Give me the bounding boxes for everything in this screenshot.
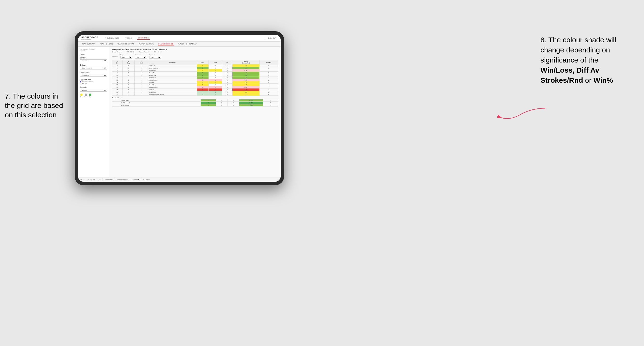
filter-conference-select[interactable]: (All) — [135, 56, 147, 59]
cell-win: 1 — [197, 84, 209, 86]
sidebar-player-label: Player — [80, 53, 107, 55]
nav-tournaments[interactable]: TOURNAMENTS — [104, 37, 120, 39]
cell-win: 1 — [197, 86, 209, 88]
sidebar-player-rank-label: Player (Rank) — [80, 71, 107, 73]
cell-loss: 1 — [208, 69, 222, 72]
nav-teams[interactable]: TEAMS — [124, 37, 133, 39]
sub-nav-team-h2h-heatmap[interactable]: TEAM H2H HEATMAP — [117, 42, 134, 45]
cell-win: 2 — [197, 81, 209, 84]
col-conf: #Conf — [134, 60, 148, 64]
cell-opponent: Sharon Mun — [148, 72, 197, 74]
cell-tie: 0 — [222, 93, 232, 96]
filter-region-select[interactable]: (All) — [120, 56, 132, 59]
cell-conf: 3 — [134, 74, 148, 76]
legend: Down Level Up — [80, 94, 107, 98]
out-of-division-table: Foreign Team 1 0 0 4.500 2 NAIA Division… — [112, 99, 278, 107]
logo-area: SCOREBOARD Powered by clippd — [81, 36, 98, 40]
toolbar-divider-4 — [130, 178, 130, 181]
col-opponent: Opponent — [148, 60, 197, 64]
layout-btn[interactable]: ⊞ — [143, 179, 144, 180]
nav-committee[interactable]: COMMITTEE — [137, 36, 150, 40]
sub-nav-player-h2h-grid[interactable]: PLAYER H2H GRID — [158, 42, 174, 45]
cell-opponent: Jessica Mason — [148, 86, 197, 88]
cell-reg: 1 — [122, 64, 134, 67]
sidebar-gender-section: Gender Women's — [80, 57, 107, 62]
sidebar-colour-by-select[interactable]: Win/loss — [80, 89, 107, 92]
cell-diff: -5.00 — [232, 88, 259, 91]
cell-win: 1 — [197, 72, 209, 74]
cell-div: 16 — [112, 86, 122, 88]
col-loss: Loss — [208, 60, 222, 64]
sub-nav-player-summary[interactable]: PLAYER SUMMARY — [138, 42, 154, 45]
cell-reg: 7 — [122, 81, 134, 84]
legend-dot-down — [80, 94, 82, 96]
ood-table-row: Foreign Team 1 0 0 4.500 2 — [112, 99, 278, 102]
cell-diff: 3.33 — [232, 76, 259, 79]
col-div: #Div — [112, 60, 122, 64]
cell-conf: 1 — [134, 64, 148, 67]
cell-rounds: 3 — [259, 76, 278, 79]
legend-level: Level — [84, 94, 88, 98]
ood-cell-tie: 0 — [228, 104, 239, 107]
sidebar-gender-select[interactable]: Women's — [80, 59, 107, 62]
cell-tie: 0 — [222, 84, 232, 86]
ood-table-row: NCAA Division 2 5 0 0 7.400 10 — [112, 104, 278, 107]
sub-nav-team-summary[interactable]: TEAM SUMMARY — [81, 42, 96, 45]
sub-nav-team-h2h-grid[interactable]: TEAM H2H GRID — [100, 42, 114, 45]
cell-rounds: 6 — [259, 93, 278, 96]
data-table: #Div #Reg #Conf Opponent Win Loss Tie Di… — [112, 60, 278, 96]
sidebar-player-rank-select[interactable]: 8. Katelyn Vo — [80, 74, 107, 77]
cell-loss: 1 — [208, 91, 222, 93]
cell-rounds: 2 — [259, 88, 278, 91]
table-header-row: #Div #Reg #Conf Opponent Win Loss Tie Di… — [112, 60, 278, 64]
ood-cell-win: 1 — [201, 99, 216, 102]
table-row: 18 3 2 Euna Lee 0 1 0 -5.00 2 — [112, 88, 278, 91]
cell-opponent: Jessica Huang — [148, 79, 197, 81]
cell-rounds: 4 — [259, 64, 278, 67]
cell-reg: 7 — [122, 86, 134, 88]
undo-btn[interactable]: ↺ — [80, 179, 82, 180]
cell-opponent: Esther Lee — [148, 64, 197, 67]
cell-loss: 1 — [208, 79, 222, 81]
cell-diff: -0.94 — [232, 86, 259, 88]
filter-opponent-select[interactable]: (All) — [149, 56, 161, 59]
cell-loss: 0 — [208, 76, 222, 79]
arrow-right — [495, 103, 548, 123]
toolbar-divider-3 — [115, 178, 115, 181]
cell-win: 0 — [197, 88, 209, 91]
copy-btn[interactable]: ⎘ — [90, 179, 92, 180]
format-btn[interactable]: ⊞ — [94, 179, 95, 180]
redo2-btn[interactable]: ↷ — [87, 179, 88, 180]
cell-conf: 4 — [134, 81, 148, 84]
cell-loss: 0 — [208, 64, 222, 67]
annotation-right: 8. The colour shade will change dependin… — [540, 35, 632, 85]
view-original-btn[interactable]: View: Original — [105, 179, 113, 180]
cell-div: 9 — [112, 72, 122, 74]
cell-diff: -1.00 — [232, 69, 259, 72]
sidebar-colour-by-section: Colour by Win/loss — [80, 86, 107, 92]
sidebar-division-select[interactable]: NCAA Division III — [80, 67, 107, 69]
filter-conference-group: Conference (All) — [135, 54, 147, 59]
radio-top100[interactable]: Top 100 — [80, 83, 107, 84]
radio-opponents-played[interactable]: Opponents Played — [80, 81, 107, 82]
cell-conf: 6 — [134, 91, 148, 93]
cell-win: 2 — [197, 74, 209, 76]
col-tie: Tie — [222, 60, 232, 64]
cell-loss: 0 — [208, 67, 222, 69]
nav-sign-out[interactable]: Sign out — [267, 37, 277, 39]
clock-btn[interactable]: ⏱ — [99, 179, 101, 180]
filter-region-group: Region (All) — [120, 54, 132, 59]
cell-div: 19 — [112, 91, 122, 93]
share-btn[interactable]: Share — [146, 179, 150, 180]
ood-cell-diff: 7.400 — [239, 104, 263, 107]
sub-nav-player-h2h-heatmap[interactable]: PLAYER H2H HEATMAP — [178, 42, 197, 45]
ood-cell-diff: 9.267 — [239, 102, 263, 104]
watch-btn[interactable]: 👁 Watch ▾ — [132, 179, 139, 180]
cell-reg: 11 — [122, 76, 134, 79]
cell-rounds: 4 — [259, 84, 278, 86]
ood-cell-spacer — [112, 104, 120, 107]
sidebar-radio-group: Opponents Played Top 100 — [80, 81, 107, 84]
redo-btn[interactable]: ↻ — [84, 179, 85, 180]
save-custom-btn[interactable]: Save Custom View — [117, 179, 128, 180]
cell-opponent: Heejo Hyun — [148, 76, 197, 79]
